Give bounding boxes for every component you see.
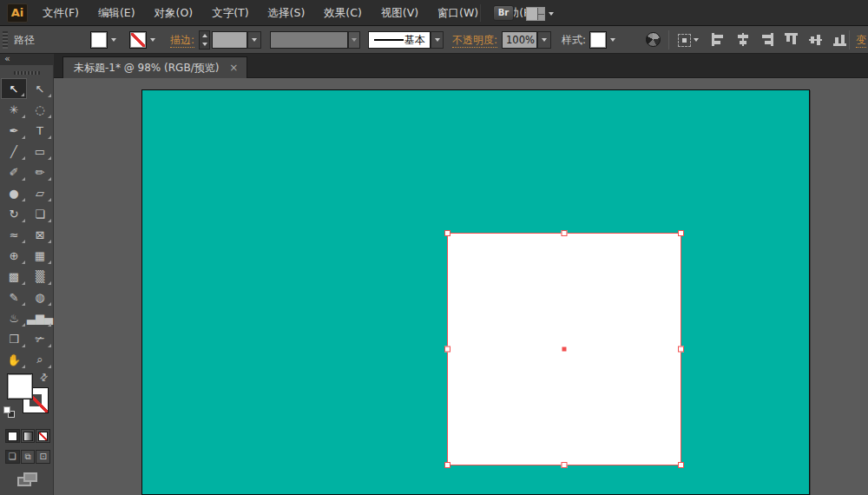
stroke-color-control[interactable] — [129, 31, 158, 49]
paintbrush-tool[interactable]: ✐ — [1, 162, 27, 182]
stroke-width-input[interactable] — [212, 31, 247, 49]
pen-tool[interactable]: ✒ — [1, 120, 27, 141]
mesh-tool[interactable]: ▩ — [1, 266, 27, 287]
selection-center-point[interactable] — [562, 347, 567, 352]
opacity-input[interactable]: 100% — [502, 31, 537, 49]
canvas-pasteboard[interactable] — [54, 78, 868, 495]
default-fill-stroke-icon[interactable] — [3, 406, 16, 419]
horizontal-align-left-icon[interactable] — [712, 33, 725, 46]
horizontal-align-right-icon[interactable] — [760, 33, 773, 46]
zoom-tool[interactable]: ⌕ — [27, 349, 53, 370]
direct-selection-tool[interactable]: ↖ — [27, 78, 53, 99]
artboard[interactable] — [141, 89, 810, 495]
rectangle-tool[interactable]: ▭ — [27, 141, 53, 162]
tools-panel-grip[interactable] — [14, 71, 40, 75]
menu-view[interactable]: 视图(V) — [372, 0, 428, 26]
opacity-dropdown[interactable] — [537, 31, 551, 49]
recolor-artwork-icon[interactable] — [646, 32, 661, 47]
menu-effect[interactable]: 效果(C) — [314, 0, 371, 26]
menu-edit[interactable]: 编辑(E) — [89, 0, 145, 26]
variable-width-profile-dropdown[interactable] — [431, 31, 444, 49]
horizontal-align-center-icon[interactable] — [736, 33, 749, 46]
graphic-style-control[interactable] — [589, 31, 618, 49]
gradient-button[interactable] — [21, 429, 36, 443]
magic-wand-tool[interactable]: ✳ — [1, 99, 27, 120]
transform-panel-link[interactable]: 变 — [856, 26, 866, 54]
slice-tool[interactable]: ✃ — [27, 328, 53, 349]
selection-handle-bottom-center[interactable] — [562, 462, 568, 468]
selection-handle-middle-right[interactable] — [678, 346, 684, 353]
width-tool[interactable]: ≈ — [1, 224, 27, 245]
rotate-tool[interactable]: ↻ — [1, 203, 27, 224]
perspective-grid-tool[interactable]: ▦ — [27, 245, 53, 266]
free-transform-tool[interactable]: ⊠ — [27, 224, 53, 245]
stroke-width-stepper[interactable] — [199, 30, 210, 50]
variable-width-profile-field[interactable]: 基本 — [368, 31, 431, 49]
shape-builder-tool[interactable]: ⊕ — [1, 245, 27, 266]
stepper-up-icon[interactable] — [202, 34, 207, 37]
graphic-style-dropdown[interactable] — [607, 31, 618, 49]
control-bar-separator — [668, 30, 669, 50]
graphic-style-swatch[interactable] — [589, 31, 607, 49]
fill-color-dropdown[interactable] — [108, 31, 119, 49]
align-to-selection-button[interactable] — [678, 33, 700, 47]
pencil-tool[interactable]: ✏ — [27, 162, 53, 182]
selection-handle-bottom-right[interactable] — [678, 462, 684, 468]
vertical-align-bottom-icon[interactable] — [833, 33, 846, 46]
selection-handle-middle-left[interactable] — [444, 346, 450, 353]
change-screen-mode-button[interactable] — [17, 472, 38, 487]
vertical-align-center-icon[interactable] — [809, 33, 822, 46]
blend-tool[interactable]: ◍ — [27, 287, 53, 307]
chevron-down-icon — [252, 38, 257, 42]
swap-fill-stroke-icon[interactable]: ⇄ — [37, 371, 51, 385]
draw-inside-mode-button[interactable]: ⊡ — [36, 450, 50, 464]
symbol-sprayer-tool[interactable]: ♨ — [1, 307, 27, 328]
selected-rectangle[interactable] — [447, 233, 681, 465]
hand-tool[interactable]: ✋ — [1, 349, 27, 370]
lasso-tool[interactable]: ◌ — [27, 99, 53, 120]
fill-proxy-swatch[interactable] — [7, 373, 33, 399]
workspace-switcher-button[interactable] — [526, 6, 556, 21]
control-bar-grip[interactable] — [3, 31, 8, 49]
selection-handle-top-right[interactable] — [678, 230, 684, 236]
fill-color-swatch[interactable] — [90, 31, 108, 49]
blob-brush-tool[interactable]: ● — [1, 182, 27, 203]
draw-normal-mode-button[interactable]: ❏ — [5, 450, 20, 464]
tab-close-icon[interactable]: × — [229, 63, 238, 73]
opacity-panel-link[interactable]: 不透明度: — [452, 26, 497, 54]
document-tab[interactable]: 未标题-1* @ 98% (RGB/预览) × — [62, 56, 247, 78]
none-button[interactable] — [36, 429, 50, 443]
tools-panel-collapse-button[interactable]: « — [0, 54, 53, 65]
menu-file[interactable]: 文件(F) — [33, 0, 89, 26]
scale-tool[interactable]: ❏ — [27, 203, 53, 224]
type-tool[interactable]: T — [27, 120, 53, 141]
stroke-color-dropdown[interactable] — [147, 31, 158, 49]
brush-definition-input[interactable] — [270, 31, 348, 49]
brush-definition-dropdown[interactable] — [348, 31, 360, 49]
artboard-tool[interactable]: ❒ — [1, 328, 27, 349]
selection-handle-top-left[interactable] — [444, 230, 450, 236]
stroke-width-dropdown[interactable] — [247, 31, 261, 49]
selection-handle-top-center[interactable] — [562, 230, 568, 236]
menu-select[interactable]: 选择(S) — [259, 0, 315, 26]
selection-tool[interactable]: ↖ — [1, 78, 27, 99]
drawing-mode-buttons: ❏⧉⊡ — [5, 450, 51, 464]
fill-color-control[interactable] — [90, 31, 119, 49]
eyedropper-tool[interactable]: ✎ — [1, 287, 27, 307]
selection-handle-bottom-left[interactable] — [444, 462, 450, 468]
column-graph-tool[interactable]: ▃▆▄ — [27, 307, 53, 328]
stroke-panel-link[interactable]: 描边: — [170, 26, 194, 54]
stroke-color-swatch-none[interactable] — [129, 31, 147, 49]
vertical-align-top-icon[interactable] — [785, 33, 798, 46]
bridge-button[interactable]: Br — [493, 5, 514, 21]
chevron-down-icon — [542, 38, 547, 42]
stepper-down-icon[interactable] — [202, 43, 207, 46]
gradient-tool[interactable]: ▒ — [27, 266, 53, 287]
menu-type[interactable]: 文字(T) — [202, 0, 258, 26]
line-segment-tool[interactable]: ╱ — [1, 141, 27, 162]
eraser-tool[interactable]: ▱ — [27, 182, 53, 203]
menu-object[interactable]: 对象(O) — [145, 0, 203, 26]
menu-window[interactable]: 窗口(W) — [428, 0, 488, 26]
draw-behind-mode-button[interactable]: ⧉ — [21, 450, 36, 464]
color-button[interactable] — [5, 429, 20, 443]
